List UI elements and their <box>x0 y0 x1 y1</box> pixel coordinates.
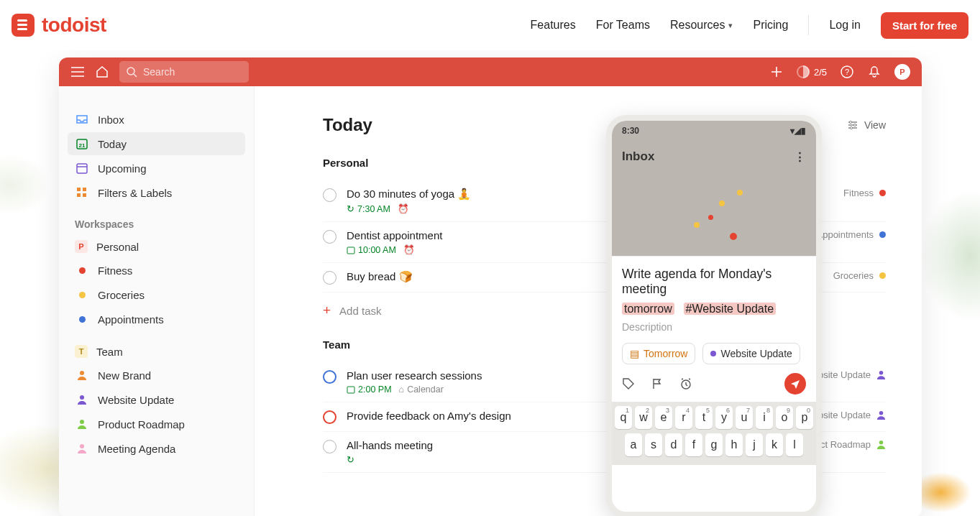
productivity-indicator[interactable]: 2/5 <box>797 65 827 78</box>
key-o[interactable]: o9 <box>776 406 793 429</box>
home-icon[interactable] <box>95 65 109 79</box>
task-project-tag[interactable]: Groceries <box>833 270 886 281</box>
nav-resources-label: Resources <box>670 19 725 32</box>
key-y[interactable]: y6 <box>715 406 733 429</box>
brand[interactable]: todoist <box>12 14 106 37</box>
progress-text: 2/5 <box>814 67 827 78</box>
svg-text:?: ? <box>845 68 849 76</box>
sidebar-team-group: T Team New Brand Website Update Product … <box>68 341 245 460</box>
cta-start-free-button[interactable]: Start for free <box>881 12 968 39</box>
phone-nlp-project: #Website Update <box>684 303 776 315</box>
refresh-icon: ↻ <box>347 203 354 214</box>
task-checkbox[interactable] <box>323 410 336 424</box>
avatar[interactable]: P <box>894 64 910 80</box>
nav-login[interactable]: Log in <box>829 19 861 32</box>
sidebar-item-groceries[interactable]: Groceries <box>68 283 245 306</box>
phone-time: 8:30 <box>622 126 639 136</box>
sidebar-item-upcoming[interactable]: Upcoming <box>68 157 245 180</box>
sidebar-item-inbox[interactable]: Inbox <box>68 108 245 131</box>
sidebar-item-appointments[interactable]: Appointments <box>68 308 245 331</box>
svg-point-10 <box>80 371 84 375</box>
sidebar-nav-list: Inbox 21 Today Upcoming Filters & Labels <box>68 108 245 204</box>
bell-icon[interactable] <box>867 65 881 79</box>
nav-pricing[interactable]: Pricing <box>753 19 788 32</box>
sidebar-item-label: Meeting Agenda <box>98 443 175 455</box>
svg-point-15 <box>853 124 856 126</box>
flag-icon[interactable] <box>651 377 664 390</box>
sidebar-item-website-update[interactable]: Website Update <box>68 388 245 411</box>
phone-description-input[interactable]: Description <box>622 321 806 333</box>
phone-chip-project[interactable]: Website Update <box>702 343 800 364</box>
page-title: Today <box>323 115 372 135</box>
brand-name: todoist <box>42 14 106 37</box>
nav-teams[interactable]: For Teams <box>596 19 650 32</box>
sidebar-item-label: Groceries <box>98 289 145 301</box>
person-icon <box>876 410 886 420</box>
sidebar-item-new-brand[interactable]: New Brand <box>68 364 245 387</box>
task-project-tag[interactable]: Fitness <box>843 188 886 198</box>
key-d[interactable]: d <box>665 433 682 456</box>
key-q[interactable]: q1 <box>615 406 632 429</box>
task-checkbox[interactable] <box>323 271 336 285</box>
sidebar-item-meeting-agenda[interactable]: Meeting Agenda <box>68 437 245 460</box>
key-w[interactable]: w2 <box>635 406 652 429</box>
phone-chip-tomorrow[interactable]: ▤ Tomorrow <box>622 343 695 364</box>
svg-rect-18 <box>347 387 354 393</box>
sidebar-item-personal[interactable]: P Personal <box>68 236 245 257</box>
sidebar-item-filters[interactable]: Filters & Labels <box>68 181 245 204</box>
task-checkbox[interactable] <box>323 188 336 202</box>
sidebar-item-today[interactable]: 21 Today <box>68 132 245 155</box>
nav-resources[interactable]: Resources ▾ <box>670 19 733 32</box>
alarm-icon[interactable] <box>679 377 692 390</box>
dot-icon <box>79 267 86 274</box>
sidebar-item-product-roadmap[interactable]: Product Roadmap <box>68 413 245 436</box>
key-u[interactable]: u7 <box>736 406 753 429</box>
send-icon <box>790 379 800 389</box>
calendar-upcoming-icon <box>75 161 89 175</box>
sidebar-item-label: Team <box>96 346 123 358</box>
key-k[interactable]: k <box>766 433 783 456</box>
search-input[interactable]: Search <box>119 61 249 83</box>
menu-icon[interactable] <box>70 65 85 79</box>
key-a[interactable]: a <box>625 433 642 456</box>
key-s[interactable]: s <box>645 433 662 456</box>
key-h[interactable]: h <box>725 433 743 456</box>
svg-point-20 <box>879 411 884 415</box>
task-date: 10:00 AM <box>347 245 396 255</box>
help-icon[interactable]: ? <box>840 65 854 79</box>
key-i[interactable]: i8 <box>756 406 773 429</box>
svg-point-14 <box>849 121 851 123</box>
alarm-icon: ⏰ <box>403 244 415 255</box>
svg-point-19 <box>879 371 884 375</box>
key-l[interactable]: l <box>786 433 803 456</box>
key-t[interactable]: t5 <box>695 406 713 429</box>
key-e[interactable]: e3 <box>655 406 672 429</box>
person-icon <box>75 441 89 456</box>
send-button[interactable] <box>784 373 806 395</box>
svg-point-13 <box>80 444 84 448</box>
label-icon[interactable] <box>622 377 635 390</box>
key-r[interactable]: r4 <box>675 406 692 429</box>
key-j[interactable]: j <box>746 433 763 456</box>
sidebar-item-label: Today <box>98 138 127 150</box>
key-f[interactable]: f <box>685 433 702 456</box>
task-checkbox[interactable] <box>323 440 336 453</box>
svg-point-12 <box>80 420 84 424</box>
nav-features[interactable]: Features <box>531 19 576 32</box>
dot-icon <box>879 272 886 279</box>
sidebar-item-fitness[interactable]: Fitness <box>68 259 245 282</box>
person-icon <box>75 392 89 407</box>
grid-icon <box>75 185 89 200</box>
phone-status-icons: ▾◢▮ <box>790 126 806 136</box>
sidebar-item-team[interactable]: T Team <box>68 341 245 362</box>
view-button[interactable]: View <box>847 119 886 131</box>
task-checkbox[interactable] <box>323 370 336 384</box>
add-task-icon[interactable] <box>769 65 784 79</box>
key-g[interactable]: g <box>705 433 723 456</box>
phone-task-input[interactable]: Write agenda for Monday's meeting <box>622 267 806 297</box>
refresh-icon: ↻ <box>347 454 354 465</box>
task-project-tag[interactable]: Appointments <box>817 229 887 240</box>
task-checkbox[interactable] <box>323 230 336 244</box>
key-p[interactable]: p0 <box>796 406 813 429</box>
more-icon[interactable]: ⋮ <box>794 149 806 165</box>
